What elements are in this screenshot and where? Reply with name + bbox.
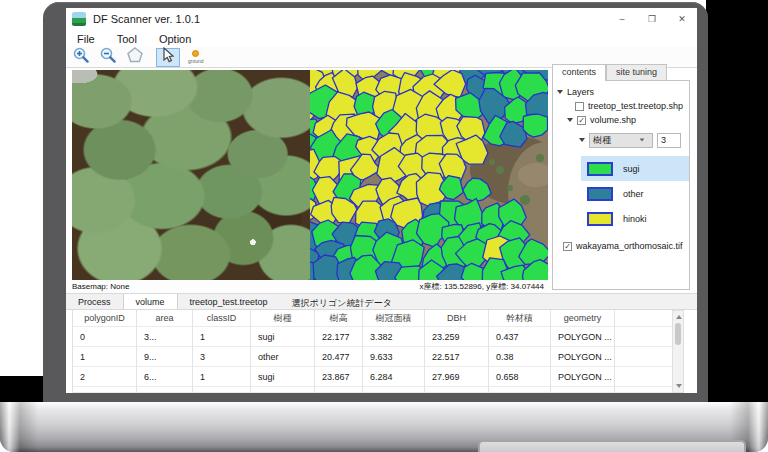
volume-checkbox[interactable] [577, 116, 586, 125]
cell: 1 [193, 367, 251, 387]
cell: 1 [193, 327, 251, 347]
table-row[interactable]: 2 6... 1 sugi 23.867 6.284 27.969 0.658 … [73, 367, 684, 387]
minimize-button[interactable]: – [607, 8, 637, 30]
column-header[interactable]: geometry [551, 310, 615, 327]
layers-root-label: Layers [567, 87, 594, 97]
legend-label: hinoki [623, 214, 647, 224]
column-header[interactable]: DBH [425, 310, 489, 327]
cell: 3... [137, 327, 193, 347]
symbology-row: 樹種 3 [553, 130, 689, 150]
chevron-down-icon[interactable] [557, 90, 563, 94]
cell: 9... [137, 347, 193, 367]
tab-contents[interactable]: contents [552, 64, 606, 81]
column-header[interactable]: classID [193, 310, 251, 327]
zoom-out-tool[interactable] [96, 48, 120, 67]
table-row[interactable]: 0 3... 1 sugi 22.177 3.382 23.259 0.437 … [73, 327, 684, 347]
orthomosaic-layer-label: wakayama_orthomosaic.tif [576, 241, 683, 251]
cell: 0.658 [489, 367, 551, 387]
menubar: File Tool Option [66, 30, 697, 47]
legend-label: sugi [623, 164, 640, 174]
cell: 22.177 [315, 327, 363, 347]
legend-item-other[interactable]: other [553, 181, 689, 206]
table-row-partial [73, 387, 684, 393]
chevron-down-icon [640, 138, 645, 141]
zoom-in-tool[interactable] [69, 48, 93, 67]
cell: 20.477 [315, 347, 363, 367]
sugi-color-swatch [587, 162, 613, 176]
attribute-combobox-value: 樹種 [593, 134, 611, 147]
treetop-layer-label: treetop_test.treetop.shp [588, 101, 683, 111]
select-tool[interactable] [156, 48, 180, 67]
menu-tool[interactable]: Tool [106, 33, 148, 45]
app-icon [72, 12, 86, 26]
cell: 0 [73, 327, 137, 347]
cell: 0.437 [489, 327, 551, 347]
ground-point-icon [192, 50, 199, 57]
layer-volume[interactable]: volume.shp [553, 113, 689, 127]
scrollbar-thumb[interactable] [675, 323, 681, 345]
background-shadow-right [706, 0, 768, 402]
hinoki-color-swatch [587, 212, 613, 226]
volume-layer-label: volume.shp [590, 115, 636, 125]
ground-point-tool[interactable]: ground [188, 50, 204, 64]
polygon-tool[interactable] [123, 48, 147, 67]
basemap-status: Basemap: None [66, 282, 129, 291]
menu-file[interactable]: File [66, 33, 106, 45]
cell: 23.259 [425, 327, 489, 347]
cell: other [251, 347, 315, 367]
orthophoto-panel[interactable] [72, 70, 310, 280]
column-header[interactable]: area [137, 310, 193, 327]
laptop-hinge-notch [478, 440, 746, 452]
column-header[interactable]: 樹高 [315, 310, 363, 327]
column-header[interactable]: 樹冠面積 [363, 310, 425, 327]
chevron-down-icon[interactable] [567, 118, 573, 122]
tab-volume[interactable]: volume [123, 294, 178, 309]
cell: 1 [73, 347, 137, 367]
cell: 3.382 [363, 327, 425, 347]
laptop-screen-bezel: DF Scanner ver. 1.0.1 – ❐ ✕ File Tool Op… [43, 2, 708, 402]
classification-map-panel[interactable] [310, 70, 548, 280]
legend-item-sugi[interactable]: sugi [581, 156, 689, 181]
cell: sugi [251, 367, 315, 387]
layer-treetop[interactable]: treetop_test.treetop.shp [553, 99, 689, 113]
other-color-swatch [587, 187, 613, 201]
close-button[interactable]: ✕ [667, 8, 697, 30]
cell: 3 [193, 347, 251, 367]
cell: 2 [73, 367, 137, 387]
orthomosaic-checkbox[interactable] [563, 242, 572, 251]
cell: 22.517 [425, 347, 489, 367]
tab-treetop-test[interactable]: treetop_test.treetop [178, 294, 280, 309]
titlebar: DF Scanner ver. 1.0.1 – ❐ ✕ [66, 8, 697, 30]
layers-tree: Layers treetop_test.treetop.shp volume.s… [552, 80, 690, 290]
pentagon-icon [126, 46, 144, 68]
table-row[interactable]: 1 9... 3 other 20.477 9.633 22.517 0.38 … [73, 347, 684, 367]
cursor-coordinates: x座標: 135.52896, y座標: 34.07444 [419, 281, 548, 292]
cell: 9.633 [363, 347, 425, 367]
scroll-down-icon[interactable] [676, 384, 682, 388]
column-header[interactable]: 幹材積 [489, 310, 551, 327]
class-count-spinbox[interactable]: 3 [657, 133, 681, 148]
cell: 0.38 [489, 347, 551, 367]
treetop-checkbox[interactable] [575, 102, 584, 111]
tab-process[interactable]: Process [66, 294, 123, 309]
layer-orthomosaic[interactable]: wakayama_orthomosaic.tif [553, 239, 689, 253]
tab-selected-polygon-stats[interactable]: 選択ポリゴン統計データ [280, 294, 404, 309]
scroll-up-icon[interactable] [676, 315, 682, 319]
background-shadow-left [0, 376, 44, 402]
legend-label: other [623, 189, 644, 199]
cell: sugi [251, 327, 315, 347]
laptop-base [0, 402, 768, 452]
legend-item-hinoki[interactable]: hinoki [553, 206, 689, 231]
attribute-combobox[interactable]: 樹種 [589, 133, 653, 148]
menu-option[interactable]: Option [148, 33, 202, 45]
tab-site-tuning[interactable]: site tuning [606, 64, 667, 81]
app-window: DF Scanner ver. 1.0.1 – ❐ ✕ File Tool Op… [66, 8, 697, 393]
tree-root-layers[interactable]: Layers [553, 85, 689, 99]
cell: 27.969 [425, 367, 489, 387]
column-header[interactable]: 樹種 [251, 310, 315, 327]
restore-button[interactable]: ❐ [637, 8, 667, 30]
chevron-down-icon[interactable] [579, 138, 585, 142]
column-header[interactable]: polygonID [73, 310, 137, 327]
cursor-arrow-icon [161, 47, 175, 67]
table-scrollbar[interactable] [672, 310, 684, 393]
